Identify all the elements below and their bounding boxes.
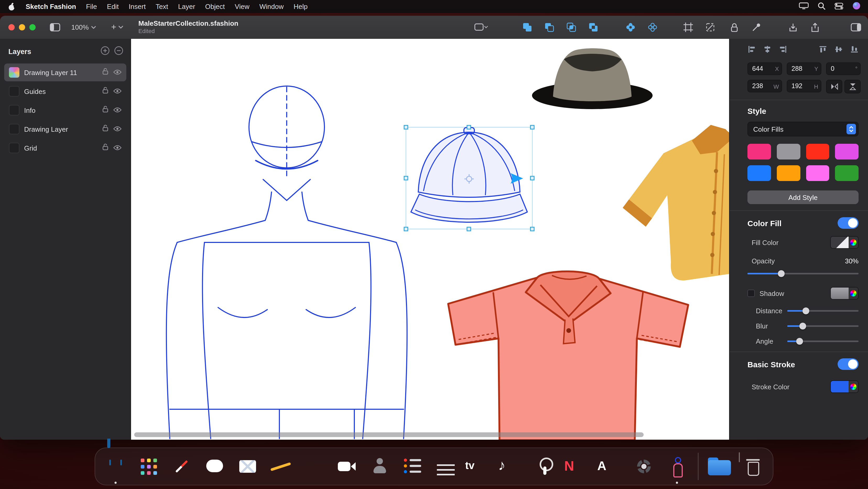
baseball-cap-selected[interactable] <box>406 127 532 229</box>
dock-trash-icon[interactable] <box>739 452 740 462</box>
fullscreen-button[interactable] <box>29 24 36 30</box>
align-bottom-button[interactable] <box>850 45 859 55</box>
boolean-subtract-button[interactable] <box>542 21 556 34</box>
lock-button[interactable] <box>727 21 741 34</box>
layer-lock-icon[interactable] <box>102 143 108 153</box>
apple-menu-icon[interactable] <box>7 2 16 11</box>
angle-slider[interactable] <box>787 338 859 345</box>
fill-type-dropdown[interactable]: Color Fills <box>747 122 859 137</box>
color-swatch-5[interactable] <box>747 165 771 181</box>
layer-row-info[interactable]: Info <box>4 101 126 119</box>
slice-button[interactable] <box>704 21 717 34</box>
color-swatch-6[interactable] <box>777 165 800 181</box>
layer-row-drawing-layer-11[interactable]: Drawing Layer 11 <box>4 63 126 81</box>
remove-layer-button[interactable] <box>114 46 123 57</box>
color-fill-toggle[interactable] <box>838 217 859 229</box>
symbol-create-button[interactable] <box>624 21 638 34</box>
menu-item-insert[interactable]: Insert <box>129 3 146 10</box>
layer-thumbnail <box>9 105 20 115</box>
shadow-checkbox[interactable] <box>747 290 755 297</box>
menu-item-help[interactable]: Help <box>293 3 308 10</box>
layer-lock-icon[interactable] <box>102 87 108 96</box>
color-swatch-8[interactable] <box>835 165 859 181</box>
layer-lock-icon[interactable] <box>102 124 108 134</box>
inspector-toggle-button[interactable] <box>849 21 863 34</box>
align-right-button[interactable] <box>779 45 787 55</box>
eyedropper-button[interactable] <box>749 21 763 34</box>
layer-visibility-icon[interactable] <box>113 68 122 77</box>
canvas[interactable] <box>131 39 729 440</box>
layer-row-guides[interactable]: Guides <box>4 82 126 100</box>
layer-visibility-icon[interactable] <box>113 87 122 96</box>
layer-row-grid[interactable]: Grid <box>4 139 126 157</box>
width-field-wrap: W <box>747 80 782 93</box>
boolean-intersect-button[interactable] <box>564 21 578 34</box>
color-swatch-3[interactable] <box>806 144 830 160</box>
minimize-button[interactable] <box>19 24 25 30</box>
align-left-button[interactable] <box>747 45 756 55</box>
fill-color-well[interactable] <box>830 236 859 249</box>
menu-item-window[interactable]: Window <box>259 3 284 10</box>
blur-slider[interactable] <box>787 322 859 330</box>
boolean-union-button[interactable] <box>521 21 534 34</box>
export-button[interactable] <box>786 21 800 34</box>
polo-shirt[interactable] <box>438 262 702 440</box>
width-unit-label: W <box>773 83 779 90</box>
color-swatch-4[interactable] <box>835 144 859 160</box>
shadow-color-well[interactable] <box>830 287 859 299</box>
layer-lock-icon[interactable] <box>102 68 108 77</box>
layer-lock-icon[interactable] <box>102 106 108 115</box>
align-center-horizontal-button[interactable] <box>763 45 772 55</box>
flip-vertical-button[interactable] <box>844 80 861 93</box>
symbol-detach-button[interactable] <box>646 21 659 34</box>
add-style-button[interactable]: Add Style <box>747 191 859 204</box>
insert-shape-button[interactable] <box>474 21 488 34</box>
mannequin-figure[interactable] <box>131 39 435 439</box>
app-menu-title[interactable]: Sketch Fashion <box>26 3 76 10</box>
angle-label: Angle <box>747 337 787 345</box>
stroke-color-label: Stroke Color <box>747 383 830 391</box>
button-shirt[interactable] <box>613 107 729 285</box>
window-titlebar: 100% + MaleStarterCollection.sfashion Ed… <box>0 16 868 39</box>
search-icon[interactable] <box>818 2 826 11</box>
layer-visibility-icon[interactable] <box>113 106 122 115</box>
layer-row-drawing-layer[interactable]: Drawing Layer <box>4 120 126 138</box>
add-button[interactable]: + <box>111 22 123 32</box>
menu-item-object[interactable]: Object <box>205 3 225 10</box>
opacity-slider[interactable] <box>747 270 859 278</box>
color-swatch-1[interactable] <box>747 144 771 160</box>
layer-name: Drawing Layer 11 <box>24 68 97 76</box>
sidebar-toggle-button[interactable] <box>48 21 62 34</box>
menu-item-text[interactable]: Text <box>156 3 168 10</box>
siri-icon[interactable] <box>852 2 861 11</box>
basic-stroke-toggle[interactable] <box>838 358 859 370</box>
color-wheel-icon <box>848 288 858 299</box>
zoom-level: 100% <box>71 23 89 31</box>
fedora-hat[interactable] <box>524 43 660 111</box>
x-unit-label: X <box>775 65 779 72</box>
add-layer-button[interactable] <box>101 46 110 57</box>
distance-slider[interactable] <box>787 307 859 315</box>
layer-visibility-icon[interactable] <box>113 143 122 153</box>
align-top-button[interactable] <box>819 45 827 55</box>
style-section-title: Style <box>747 107 859 115</box>
zoom-control[interactable]: 100% <box>71 23 96 31</box>
menu-item-view[interactable]: View <box>235 3 249 10</box>
share-button[interactable] <box>808 21 822 34</box>
display-status-icon[interactable] <box>799 2 809 11</box>
artboard-button[interactable] <box>681 21 695 34</box>
boolean-difference-button[interactable] <box>587 21 600 34</box>
horizontal-scrollbar[interactable] <box>134 432 644 437</box>
flip-horizontal-button[interactable] <box>826 80 842 93</box>
menu-item-edit[interactable]: Edit <box>107 3 119 10</box>
menu-item-file[interactable]: File <box>86 3 97 10</box>
align-middle-vertical-button[interactable] <box>834 45 843 55</box>
color-swatch-7[interactable] <box>806 165 830 181</box>
color-swatch-2[interactable] <box>777 144 800 160</box>
layer-visibility-icon[interactable] <box>113 124 122 134</box>
basic-stroke-section-title: Basic Stroke <box>747 359 795 369</box>
close-button[interactable] <box>8 24 15 30</box>
control-center-icon[interactable] <box>834 2 843 11</box>
stroke-color-well[interactable] <box>830 380 859 393</box>
menu-item-layer[interactable]: Layer <box>178 3 195 10</box>
